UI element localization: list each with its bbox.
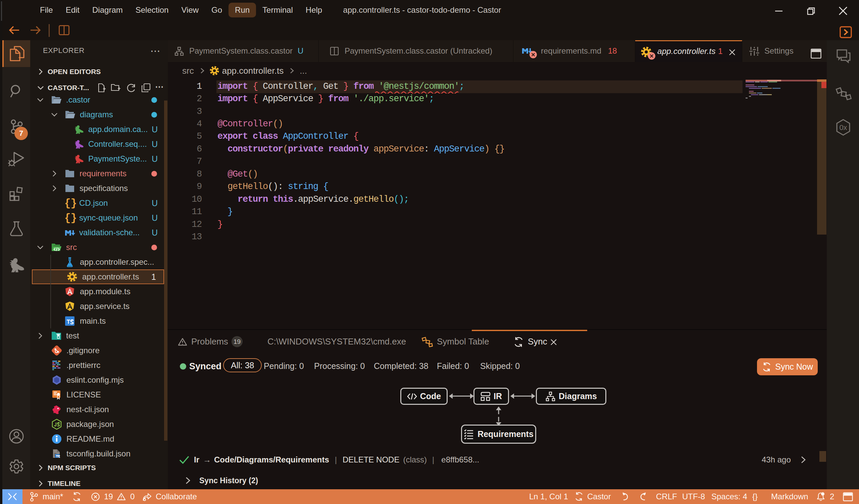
- svg-text:0x: 0x: [839, 123, 847, 132]
